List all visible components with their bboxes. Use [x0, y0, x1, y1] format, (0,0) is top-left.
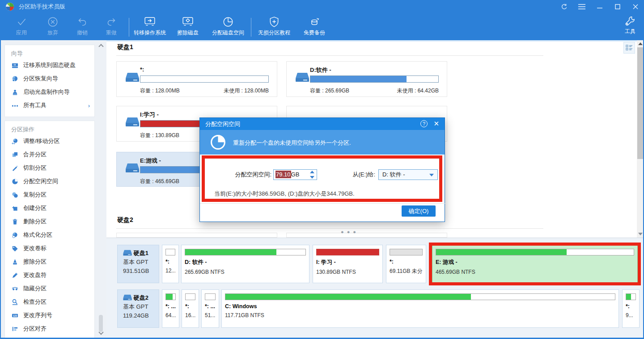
sidebar-item-label: 更改盘符	[23, 271, 47, 279]
maximize-button[interactable]	[614, 3, 622, 11]
tutorial-button[interactable]: 无损分区教程	[254, 15, 294, 39]
sidebar-item-resize-move[interactable]: 调整/移动分区	[5, 134, 94, 148]
partition-label: I: 学习 -	[316, 259, 379, 266]
partition-name: I:学习 -	[140, 111, 159, 119]
partition-block-e-selected[interactable]: E: 游戏 - 465.69GB NTFS	[432, 245, 638, 283]
partition-info: 265.69GB NTFS	[185, 269, 306, 275]
sidebar-item-change-letter[interactable]: 更改盘符	[5, 268, 94, 282]
sidebar-item-change-serial[interactable]: 123更改序列号	[5, 309, 94, 322]
allocate-free-space-icon	[11, 178, 19, 185]
partition-block-c[interactable]: C: Windows 117.71GB NTFS	[221, 289, 619, 328]
usage-bar	[185, 249, 306, 255]
sidebar-item-change-label[interactable]: 更改卷标	[5, 242, 94, 255]
partition-block-i[interactable]: I: 学习 - 130.89GB NTFS	[313, 245, 383, 283]
partition-block-d[interactable]: D: 软件 - 265.69GB NTFS	[181, 245, 309, 283]
unused-text: 未使用 : 128.00MB	[224, 87, 269, 95]
partition-card-unnamed[interactable]: *: 容量 : 128.00MB未使用 : 128.00MB	[116, 61, 277, 97]
scrollbar-thumb[interactable]	[637, 47, 644, 159]
toolbar: 应用 放弃 撤销 重做 转移操作系统 擦除磁盘 分配磁盘空间 无损分区教程 免费…	[0, 13, 644, 40]
ssd-migrate-icon	[11, 62, 19, 69]
sidebar-item-check[interactable]: 检查分区	[5, 295, 94, 309]
ok-button[interactable]: 确定(O)	[402, 205, 436, 217]
partition-label: D: 软件 -	[185, 259, 306, 266]
partition-block[interactable]: *: 9...	[622, 289, 640, 328]
sidebar-item-label: 启动光盘制作向导	[23, 88, 70, 96]
divider	[116, 228, 543, 229]
partition-label: E: 游戏 -	[436, 259, 634, 266]
list-view-toggle-icon[interactable]	[623, 42, 635, 54]
tools-button[interactable]: 工具	[620, 15, 640, 35]
divider	[116, 55, 543, 56]
undo-button[interactable]: 撤销	[70, 15, 95, 39]
wipe-disk-button[interactable]: 擦除磁盘	[171, 15, 205, 39]
apply-button[interactable]: 应用	[9, 15, 34, 39]
migrate-os-button[interactable]: 转移操作系统	[132, 15, 167, 39]
spinner-stepper[interactable]	[310, 170, 314, 179]
titlebar: 分区助手技术员版	[0, 0, 644, 13]
sidebar-item-align[interactable]: 分区对齐	[5, 322, 94, 335]
sidebar-item-label: 删除分区	[23, 218, 47, 226]
disk2-info-block[interactable]: 硬盘2 基本 GPT 119.24GB	[117, 289, 159, 328]
partition-block-unallocated[interactable]: *: 69.11GB 未分...	[386, 245, 426, 283]
partition-card-d[interactable]: D:软件 - 容量 : 265.69GB未使用 : 64.42GB	[286, 61, 447, 97]
app-logo-icon	[5, 2, 14, 11]
scroll-up-icon[interactable]	[98, 44, 103, 49]
sidebar-item-label: 复制分区	[23, 191, 47, 199]
sidebar-item-label: 格式化分区	[23, 231, 52, 239]
disk-icon	[123, 294, 132, 301]
dialog-close-icon[interactable]: ✕	[433, 120, 439, 128]
partition-block[interactable]: *: 12...	[162, 245, 179, 283]
sidebar-item-label: 更改序列号	[23, 311, 52, 319]
scroll-up-icon[interactable]	[638, 42, 643, 45]
window-controls	[560, 0, 640, 13]
sidebar-item-label: 迁移系统到固态硬盘	[23, 61, 76, 69]
partition-block[interactable]: *: ... 51...	[201, 289, 219, 328]
close-button[interactable]	[631, 3, 640, 11]
wipe-partition-icon	[11, 258, 19, 265]
disk-icon	[296, 72, 309, 84]
refresh-icon[interactable]	[560, 3, 568, 11]
panel-splitter-handle[interactable]: ● ● ●	[340, 229, 358, 234]
sidebar-item-merge[interactable]: 合并分区	[5, 148, 94, 161]
chevron-down-icon	[429, 174, 434, 176]
spin-up-icon[interactable]	[310, 171, 314, 173]
minimize-button[interactable]	[596, 3, 604, 11]
partition-block[interactable]: *: 16...	[182, 289, 199, 328]
menu-icon[interactable]	[578, 3, 586, 11]
sidebar-item-all-tools[interactable]: 所有工具›	[5, 99, 94, 112]
discard-button[interactable]: 放弃	[40, 15, 65, 39]
spin-down-icon[interactable]	[310, 176, 314, 179]
sidebar-item-hide[interactable]: 隐藏分区	[5, 282, 94, 295]
sidebar-item-split[interactable]: 切割分区	[5, 161, 94, 175]
sidebar-item-create[interactable]: 创建分区	[5, 201, 94, 215]
sidebar-item-label: 切割分区	[23, 164, 47, 172]
disk-size: 931.51GB	[123, 267, 159, 276]
redo-button[interactable]: 重做	[99, 15, 124, 39]
dialog-titlebar[interactable]: 分配空闲空间	[200, 118, 445, 130]
sidebar-item-copy[interactable]: 复制分区	[5, 188, 94, 201]
sidebar-item-label: 更改卷标	[23, 244, 47, 252]
allocate-disk-space-button[interactable]: 分配磁盘空间	[208, 15, 249, 39]
sidebar-item-delete[interactable]: 删除分区	[5, 215, 94, 228]
partition-info: 69.11GB 未分...	[390, 268, 423, 275]
sidebar-item-allocate-free-space[interactable]: 分配空闲空间	[5, 175, 94, 188]
target-partition-dropdown[interactable]: D: 软件 -	[378, 169, 438, 180]
sidebar-scrollbar[interactable]	[97, 41, 105, 338]
sidebar-item-migrate-ssd[interactable]: 迁移系统到固态硬盘	[5, 59, 94, 72]
partition-card-partial	[286, 233, 447, 238]
sidebar-item-partition-recovery[interactable]: 分区恢复向导	[5, 72, 94, 85]
partition-info: 9...	[626, 312, 636, 318]
free-backup-button[interactable]: 免费备份	[299, 15, 330, 39]
sidebar-item-boot-disc[interactable]: 启动光盘制作向导	[5, 85, 94, 99]
delete-partition-icon	[11, 218, 19, 225]
partition-block[interactable]: *: ... 64...	[162, 289, 179, 328]
sidebar-item-format[interactable]: 格式化分区	[5, 228, 94, 242]
sidebar-section-title: 向导	[5, 45, 94, 59]
sidebar-item-wipe-partition[interactable]: 擦除分区	[5, 255, 94, 268]
disk1-info-block[interactable]: 硬盘1 基本 GPT 931.51GB	[117, 245, 159, 283]
dialog-footer-divider	[200, 203, 445, 204]
partition-info: 51...	[205, 312, 216, 318]
usage-bar	[205, 293, 216, 300]
scroll-down-icon[interactable]	[638, 233, 643, 235]
help-icon[interactable]: ?	[420, 120, 428, 127]
